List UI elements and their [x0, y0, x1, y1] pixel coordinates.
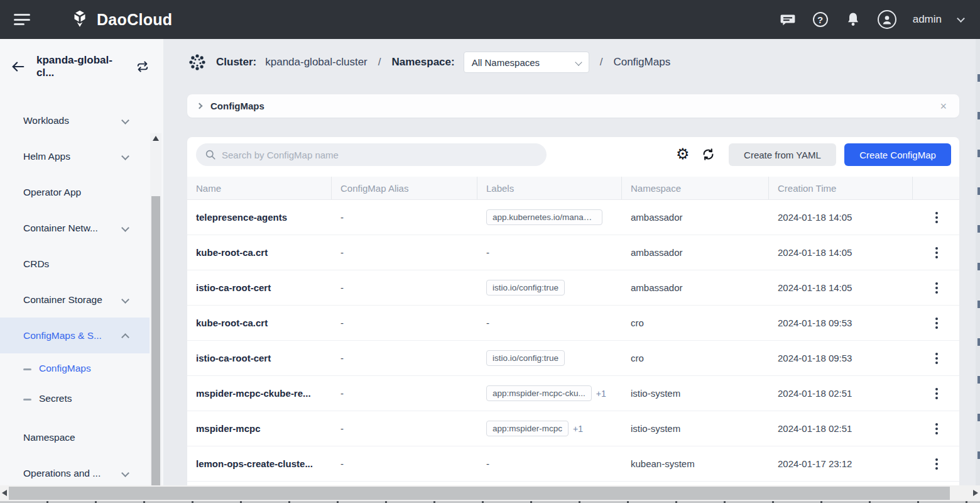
kebab-menu-icon[interactable] [932, 455, 942, 473]
cell-namespace: istio-system [622, 411, 769, 446]
kebab-menu-icon[interactable] [932, 208, 942, 227]
create-from-yaml-button[interactable]: Create from YAML [729, 143, 836, 166]
cell-name[interactable]: mspider-mcpc-ckube-re... [187, 376, 332, 411]
messages-icon[interactable] [780, 11, 796, 28]
search-box[interactable] [196, 143, 547, 166]
sidebar-scrollbar[interactable] [150, 133, 161, 503]
sidebar-item-operator-app[interactable]: Operator App [0, 174, 150, 210]
sidebar-item-label: Namespace [23, 432, 75, 443]
cell-labels: - [477, 446, 622, 481]
back-arrow-icon[interactable] [11, 60, 25, 73]
right-edge-scroll-markers [976, 39, 980, 485]
table-row: istio-ca-root-cert-istio.io/config:truea… [187, 270, 959, 306]
notifications-bell-icon[interactable] [845, 11, 861, 28]
column-header-namespace: Namespace [622, 177, 769, 199]
cluster-value[interactable]: kpanda-global-cluster [265, 56, 368, 69]
avatar[interactable] [878, 10, 896, 29]
tab-title[interactable]: ConfigMaps [210, 101, 264, 111]
breadcrumb-page: ConfigMaps [613, 56, 670, 69]
create-configmap-button[interactable]: Create ConfigMap [844, 143, 951, 166]
cell-name[interactable]: kube-root-ca.crt [187, 306, 332, 340]
cell-alias: - [332, 411, 477, 446]
search-input[interactable] [222, 150, 538, 160]
sidebar-item-configmaps[interactable]: ConfigMaps [0, 353, 150, 384]
sidebar-item-label: Workloads [23, 115, 69, 126]
sidebar-item-workloads[interactable]: Workloads [0, 102, 150, 138]
sidebar-item-label: ConfigMaps & S... [23, 330, 102, 341]
label-chip: istio.io/config:true [486, 280, 565, 296]
column-header-labels: Labels [477, 177, 622, 199]
sidebar-item-helm-apps[interactable]: Helm Apps [0, 138, 150, 174]
cell-creation-time: 2024-01-18 14:05 [769, 235, 913, 270]
column-header-name: Name [187, 177, 332, 199]
labels-more-badge[interactable]: +1 [596, 389, 606, 399]
cell-labels: app:mspider-mcpc-cku...+1 [477, 376, 622, 411]
chevron-down-icon [575, 58, 582, 65]
sidebar-item-configmaps-s[interactable]: ConfigMaps & S... [0, 318, 150, 353]
close-icon[interactable]: × [940, 101, 947, 112]
kebab-menu-icon[interactable] [932, 243, 942, 262]
switch-cluster-icon[interactable] [136, 60, 150, 74]
sidebar: kpanda-global-cl... WorkloadsHelm AppsOp… [0, 39, 163, 485]
sidebar-item-label: Helm Apps [23, 151, 70, 162]
cell-name[interactable]: telepresence-agents [187, 200, 332, 235]
scroll-right-icon[interactable] [973, 490, 978, 496]
refresh-icon[interactable] [701, 147, 716, 162]
namespace-select[interactable]: All Namespaces [464, 52, 589, 73]
cell-namespace: cro [622, 306, 769, 340]
cell-creation-time: 2024-01-18 14:05 [769, 270, 913, 305]
cell-creation-time: 2024-01-18 09:53 [769, 341, 913, 375]
horizontal-scrollbar[interactable] [0, 485, 980, 501]
cell-namespace: kubean-system [622, 446, 769, 481]
kebab-menu-icon[interactable] [932, 419, 942, 438]
menu-icon[interactable] [14, 14, 30, 25]
cell-alias: - [332, 376, 477, 411]
username[interactable]: admin [913, 13, 942, 26]
kebab-menu-icon[interactable] [932, 279, 942, 297]
settings-gear-icon[interactable]: ⚙ [676, 143, 690, 165]
chevron-down-icon [121, 296, 129, 304]
label-chip: istio.io/config:true [486, 350, 565, 366]
chevron-down-icon [121, 116, 129, 124]
scroll-up-icon[interactable] [153, 136, 159, 141]
labels-more-badge[interactable]: +1 [573, 424, 583, 434]
cell-actions [913, 270, 959, 305]
cell-actions [913, 411, 959, 446]
page-tab-bar: ConfigMaps × [187, 94, 959, 118]
cell-name[interactable]: istio-ca-root-cert [187, 341, 332, 375]
cell-alias: - [332, 306, 477, 340]
cell-actions [913, 306, 959, 340]
scroll-left-icon[interactable] [2, 490, 7, 496]
cell-name[interactable]: lemon-ops-create-cluste... [187, 446, 332, 481]
cell-alias: - [332, 200, 477, 235]
sidebar-item-container-netw[interactable]: Container Netw... [0, 210, 150, 246]
sidebar-scrollbar-thumb[interactable] [151, 196, 160, 503]
daocloud-cube-icon [69, 9, 90, 30]
cell-namespace: ambassador [622, 270, 769, 305]
column-header-configmap-alias: ConfigMap Alias [332, 177, 477, 199]
kebab-menu-icon[interactable] [932, 349, 942, 368]
cell-name[interactable]: istio-ca-root-cert [187, 270, 332, 305]
chevron-down-icon [121, 152, 129, 160]
brand-logo: DaoCloud [69, 9, 172, 30]
top-navbar: DaoCloud ? admin [0, 0, 980, 39]
cluster-name[interactable]: kpanda-global-cl... [36, 54, 128, 79]
namespace-selected-value: All Namespaces [472, 57, 540, 68]
cell-name[interactable]: kube-root-ca.crt [187, 235, 332, 270]
sidebar-item-secrets[interactable]: Secrets [0, 384, 150, 414]
sidebar-item-crds[interactable]: CRDs [0, 246, 150, 282]
cell-namespace: ambassador [622, 235, 769, 270]
cell-name[interactable]: mspider-mcpc [187, 411, 332, 446]
chevron-right-icon[interactable] [197, 103, 203, 109]
sidebar-item-container-storage[interactable]: Container Storage [0, 282, 150, 318]
horizontal-scrollbar-thumb[interactable] [9, 487, 950, 500]
sidebar-item-label: CRDs [23, 258, 49, 270]
dash-icon [23, 399, 31, 401]
cell-creation-time: 2024-01-17 23:12 [769, 446, 913, 481]
breadcrumb-separator: / [598, 56, 605, 69]
chevron-down-icon[interactable] [957, 14, 965, 23]
help-icon[interactable]: ? [812, 11, 829, 28]
sidebar-item-namespace[interactable]: Namespace [0, 419, 150, 455]
kebab-menu-icon[interactable] [932, 314, 942, 333]
kebab-menu-icon[interactable] [932, 384, 942, 403]
